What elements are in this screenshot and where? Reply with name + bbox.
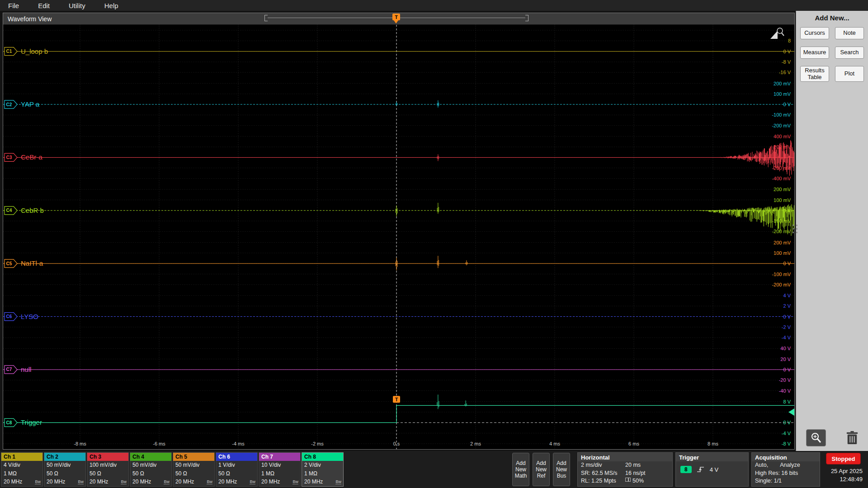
channel-badge-header: Ch 8 xyxy=(302,453,343,461)
scale-label: -100 mV xyxy=(772,272,791,277)
channel-badge-1[interactable]: Ch 14 V/div1 MΩ20 MHzBw xyxy=(1,452,43,487)
channel-badge-8[interactable]: Ch 82 V/div1 MΩ20 MHzBw xyxy=(302,452,344,487)
datetime-display: 25 Apr 2025 12:48:49 xyxy=(822,467,863,483)
channel-vdiv: 50 mV/div xyxy=(130,461,171,469)
time-label: 8 ms xyxy=(708,441,718,446)
scale-label: 200 mV xyxy=(774,81,791,86)
channel-vdiv: 50 mV/div xyxy=(173,461,214,469)
magnifier-icon[interactable] xyxy=(777,28,783,33)
add-new-title: Add New... xyxy=(796,11,868,22)
acquisition-overview-bar[interactable]: T xyxy=(264,15,528,21)
bandwidth-limit-icon: Bw xyxy=(164,479,170,484)
scale-label: -40 V xyxy=(779,388,791,394)
time-label: -8 ms xyxy=(74,441,86,446)
time-label: -4 ms xyxy=(232,441,245,446)
acquisition-title: Acquisition xyxy=(752,453,820,461)
sample-interval: 16 ns/pt xyxy=(625,469,645,478)
channel-badge-5[interactable]: Ch 550 mV/div50 Ω20 MHzBw xyxy=(173,452,215,487)
results-table-button[interactable]: Results Table xyxy=(800,66,829,82)
acquisition-resolution: High Res: 16 bits xyxy=(755,469,798,478)
menu-item-help[interactable]: Help xyxy=(104,2,118,9)
horizontal-position-icon xyxy=(625,478,631,482)
run-stop-status-button[interactable]: Stopped xyxy=(826,453,861,465)
channel-impedance: 1 MΩ xyxy=(1,469,42,478)
channel-badge-4[interactable]: Ch 450 mV/div50 Ω20 MHzBw xyxy=(130,452,172,487)
acquisition-panel[interactable]: Acquisition Auto, Analyze High Res: 16 b… xyxy=(751,452,820,487)
time-label: 4 ms xyxy=(549,441,560,446)
bandwidth-limit-icon: Bw xyxy=(207,479,212,484)
add-new-bus-button[interactable]: AddNewBus xyxy=(553,453,570,486)
zoom-mode-button[interactable] xyxy=(806,429,826,446)
trigger-panel[interactable]: Trigger 8 4 V xyxy=(675,452,749,487)
trash-button[interactable] xyxy=(844,429,860,446)
magnifier-handle xyxy=(782,33,784,36)
scale-label: 200 mV xyxy=(774,144,791,150)
scale-label: 2 V xyxy=(783,303,791,309)
channel-name-c8[interactable]: Trigger xyxy=(21,418,42,426)
plot-button[interactable]: Plot xyxy=(835,66,864,82)
channel-name-c2[interactable]: YAP a xyxy=(21,100,40,108)
channel-impedance: 50 Ω xyxy=(173,469,214,478)
channel-name-c4[interactable]: CebR b xyxy=(21,206,44,214)
add-new-ref-button[interactable]: AddNewRef xyxy=(533,453,550,486)
trigger-level-arrow[interactable] xyxy=(788,408,794,416)
scale-label: 0 V xyxy=(783,102,791,107)
menu-item-utility[interactable]: Utility xyxy=(69,2,85,9)
bandwidth-limit-icon: Bw xyxy=(292,479,298,484)
record-length: RL: 1.25 Mpts xyxy=(581,477,625,485)
trigger-flag[interactable]: T xyxy=(392,14,400,20)
channel-badge-header: Ch 7 xyxy=(259,453,300,461)
channel-badge-7[interactable]: Ch 710 V/div1 MΩ20 MHzBw xyxy=(259,452,301,487)
scale-label: -200 mV xyxy=(772,229,791,234)
channel-name-c3[interactable]: CeBr-a xyxy=(21,153,42,161)
trace-c8[interactable] xyxy=(3,405,794,422)
waveform-view-window: Waveform View 80 V-8 V-16 V200 mV100 mV0… xyxy=(3,13,795,450)
measure-button[interactable]: Measure xyxy=(800,47,829,59)
channel-tag-label: C1 xyxy=(6,49,12,54)
trace-events xyxy=(396,256,467,270)
scale-label: -4 V xyxy=(782,431,791,436)
channel-name-c6[interactable]: LYSO xyxy=(21,313,38,320)
scale-label: 8 V xyxy=(783,399,791,404)
channel-vdiv: 50 mV/div xyxy=(44,461,85,469)
panel-splitter-handle[interactable] xyxy=(793,222,798,236)
channel-bandwidth: 20 MHzBw xyxy=(173,478,214,486)
menu-item-file[interactable]: File xyxy=(8,2,19,9)
channel-badge-2[interactable]: Ch 250 mV/div50 Ω20 MHzBw xyxy=(44,452,86,487)
channel-bandwidth: 20 MHzBw xyxy=(216,478,257,486)
horizontal-title: Horizontal xyxy=(578,453,672,461)
bandwidth-limit-icon: Bw xyxy=(78,479,84,484)
channel-vdiv: 1 V/div xyxy=(216,461,257,469)
time-label: 6 ms xyxy=(628,441,639,446)
scale-label: 100 mV xyxy=(774,250,791,256)
channel-name-c7[interactable]: null xyxy=(21,366,31,373)
scale-label: 200 mV xyxy=(774,187,791,192)
acquisition-mode: Auto, xyxy=(755,461,768,469)
waveform-plot[interactable]: 80 V-8 V-16 V200 mV100 mV0 V-100 mV-200 … xyxy=(3,25,794,449)
horizontal-window: 20 ms xyxy=(625,461,641,469)
scale-label: -8 V xyxy=(782,441,791,446)
cursors-button[interactable]: Cursors xyxy=(800,27,829,39)
channel-vdiv: 100 mV/div xyxy=(87,461,128,469)
channel-badge-3[interactable]: Ch 3100 mV/div50 Ω20 MHzBw xyxy=(87,452,129,487)
note-button[interactable]: Note xyxy=(835,27,864,39)
time-label: -6 ms xyxy=(153,441,165,446)
zoom-corner-icon[interactable] xyxy=(770,31,778,39)
channel-badge-header: Ch 2 xyxy=(44,453,85,461)
channel-name-c5[interactable]: NaITl-a xyxy=(21,259,43,267)
overview-left-bracket[interactable] xyxy=(264,15,268,21)
add-new-math-button[interactable]: AddNewMath xyxy=(512,453,529,486)
scale-label: 4 V xyxy=(783,293,791,298)
overview-right-bracket[interactable] xyxy=(525,15,528,21)
trigger-source-badge: 8 xyxy=(680,466,692,473)
menu-item-edit[interactable]: Edit xyxy=(38,2,50,9)
horizontal-panel[interactable]: Horizontal 2 ms/div20 ms SR: 62.5 MS/s16… xyxy=(577,452,673,487)
search-button[interactable]: Search xyxy=(835,47,864,59)
trash-icon xyxy=(846,431,859,445)
channel-badge-6[interactable]: Ch 61 V/div50 Ω20 MHzBw xyxy=(216,452,258,487)
date-label: 25 Apr 2025 xyxy=(822,467,863,475)
channel-tag-label: C4 xyxy=(6,208,12,213)
channel-impedance: 1 MΩ xyxy=(302,469,343,478)
scale-label: -16 V xyxy=(779,70,791,75)
channel-name-c1[interactable]: U_loop b xyxy=(21,47,48,55)
